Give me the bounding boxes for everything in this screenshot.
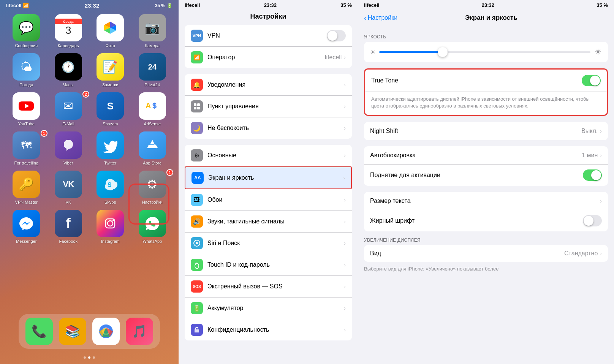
app-weather[interactable]: 🌤 Погода [7, 53, 46, 87]
phone-icon-bg: 📞 [25, 318, 53, 345]
display-title: Экран и яркость [397, 14, 585, 22]
whatsapp-icon [145, 216, 160, 231]
app-camera[interactable]: 📷 Камера [133, 14, 172, 48]
app-clock[interactable]: 🕐 Часы [49, 53, 88, 87]
dock-chrome[interactable] [92, 318, 120, 345]
settings-row-controlcenter[interactable]: Пункт управления › [185, 96, 352, 117]
app-facebook[interactable]: f Facebook [49, 210, 88, 244]
weather-icon-bg: 🌤 [13, 53, 40, 81]
view-description: Выберите вид для iPhone: «Увеличено» пок… [358, 262, 614, 275]
svg-text:S: S [108, 182, 112, 188]
donotdisturb-label: Не беспокоить [207, 125, 344, 131]
display-row-boldtext[interactable]: Жирный шрифт [364, 210, 608, 231]
nightshift-value: Выкл. [581, 128, 598, 135]
twitter-bird-icon [103, 138, 118, 153]
app-calendar[interactable]: Среда 3 Календарь [49, 14, 88, 48]
textsize-label: Размер текста [370, 198, 600, 204]
donotdisturb-chevron: › [344, 125, 346, 131]
app-email[interactable]: ✉ 2 E-Mail [49, 92, 88, 126]
view-row[interactable]: Вид Стандартно › [364, 245, 608, 262]
settings-row-general[interactable]: ⚙ Основные › [185, 145, 352, 166]
app-photos-label: Фото [106, 43, 115, 48]
settings-row-display[interactable]: AA Экран и яркость › [185, 166, 352, 189]
photos-icon [102, 20, 118, 36]
raise-toggle[interactable] [583, 169, 602, 181]
app-youtube[interactable]: YouTube [7, 92, 46, 126]
app-fortravelling-label: For travelling [14, 161, 38, 165]
app-shazam[interactable]: S Shazam [91, 92, 130, 126]
back-button[interactable]: ‹ Настройки [364, 13, 397, 22]
app-skype-label: Skype [104, 200, 116, 204]
adsense-icon: A $ [144, 98, 161, 114]
display-row-autolock[interactable]: Автоблокировка 1 мин › [364, 146, 608, 165]
display-content-scroll[interactable]: ЯРКОСТЬ ☀ ☀ True Tone Автоматически адап… [358, 25, 614, 364]
dock: 📞 📚 🎵 [19, 314, 160, 349]
app-settings[interactable]: ⚙ 1 Настройки [133, 171, 172, 204]
true-tone-row[interactable]: True Tone [365, 70, 607, 92]
page-dot-3 [93, 356, 95, 359]
app-viber[interactable]: Viber [49, 131, 88, 165]
display-row-nightshift[interactable]: Night Shift Выкл. › [364, 122, 608, 140]
app-adsense[interactable]: A $ AdSense [133, 92, 172, 126]
carrier-home: lifecell [6, 3, 21, 8]
touchid-chevron: › [344, 262, 346, 268]
settings-row-siri[interactable]: Siri и Поиск › [185, 233, 352, 254]
privacy-chevron: › [344, 327, 346, 333]
app-vk[interactable]: VK VK [49, 171, 88, 204]
display-row-textsize[interactable]: Размер текста › [364, 192, 608, 210]
app-messages[interactable]: 💬 Сообщения [7, 14, 46, 48]
carrier-settings: lifecell [185, 2, 200, 8]
settings-row-carrier[interactable]: 📶 Оператор lifecell › [185, 47, 352, 68]
app-twitter[interactable]: Twitter [91, 131, 130, 165]
vpn-icon: VPN [191, 30, 203, 42]
app-privat24[interactable]: 24 Privat24 [133, 53, 172, 87]
autolock-chevron: › [600, 152, 602, 158]
boldtext-toggle[interactable] [583, 215, 602, 226]
settings-row-touchid[interactable]: Touch ID и код-пароль › [185, 254, 352, 276]
settings-scroll[interactable]: VPN VPN 📶 Оператор lifecell › 🔔 Уведомле… [179, 25, 358, 364]
app-notes[interactable]: 📝 Заметки [91, 53, 130, 87]
brightness-slider[interactable] [379, 51, 590, 53]
display-settings-group-main: Night Shift Выкл. › [364, 122, 608, 140]
viber-icon-bg [55, 131, 82, 159]
sounds-chevron: › [344, 218, 346, 225]
settings-row-donotdisturb[interactable]: 🌙 Не беспокоить › [185, 117, 352, 139]
app-fortravelling[interactable]: 🗺 1 For travelling [7, 131, 46, 165]
status-bar-settings: lifecell 23:32 35 % [179, 0, 358, 9]
dock-books[interactable]: 📚 [59, 318, 86, 345]
settings-row-battery[interactable]: 🔋 Аккумулятор › [185, 298, 352, 319]
settings-row-vpn[interactable]: VPN VPN [185, 25, 352, 47]
app-whatsapp[interactable]: WhatsApp [133, 210, 172, 244]
twitter-icon-bg [97, 131, 124, 159]
view-label: Вид [370, 250, 564, 257]
settings-row-privacy[interactable]: Конфиденциальность › [185, 319, 352, 340]
app-vpnmaster[interactable]: 🔑 VPN Master [7, 171, 46, 204]
sounds-icon: 🔊 [191, 215, 203, 228]
display-row-raise[interactable]: Поднятие для активации [364, 165, 608, 186]
settings-row-sounds[interactable]: 🔊 Звуки, тактильные сигналы › [185, 211, 352, 233]
notifications-icon: 🔔 [191, 79, 203, 91]
status-left: lifecell 📶 [6, 3, 29, 8]
brightness-thumb[interactable] [438, 47, 448, 57]
display-icon: AA [191, 172, 204, 184]
settings-row-emergency[interactable]: SOS Экстренный вызов — SOS › [185, 276, 352, 298]
true-tone-toggle[interactable] [582, 75, 601, 86]
app-skype[interactable]: S Skype [91, 171, 130, 204]
vpn-toggle[interactable] [327, 30, 346, 41]
app-instagram[interactable]: Instagram [91, 210, 130, 244]
app-messenger[interactable]: Messenger [7, 210, 46, 244]
true-tone-group: True Tone Автоматически адаптировать дис… [364, 68, 608, 116]
page-dot-2 [88, 356, 90, 359]
emergency-chevron: › [344, 283, 346, 290]
app-weather-label: Погода [19, 82, 33, 87]
settings-row-notifications[interactable]: 🔔 Уведомления › [185, 74, 352, 96]
settings-row-wallpaper[interactable]: 🖼 Обои › [185, 189, 352, 211]
status-bar-display: lifecell 23:32 35 % [358, 0, 614, 9]
battery-icon: 🔋 [191, 302, 203, 314]
status-right: 35 % 🔋 [155, 3, 172, 8]
dock-phone[interactable]: 📞 [25, 318, 53, 345]
app-photos[interactable]: Фото [91, 14, 130, 48]
dock-music[interactable]: 🎵 [126, 318, 153, 345]
app-appstore[interactable]: App Store [133, 131, 172, 165]
controlcenter-label: Пункт управления [207, 103, 344, 110]
